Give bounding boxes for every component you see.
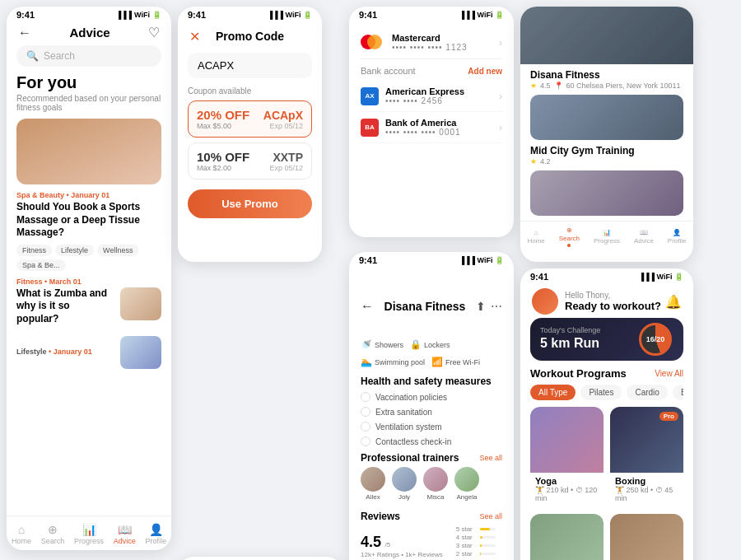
progress-icon-6: 📊 [603, 229, 611, 236]
gym-hero-overlay [520, 7, 693, 64]
gym1-image [530, 95, 683, 140]
yoga-name: Yoga [535, 476, 599, 486]
nav-progress-6[interactable]: 📊 Progress [594, 229, 620, 245]
tag-spa[interactable]: Spa & Be... [16, 259, 66, 271]
workout-pilates[interactable]: Pilates 🏋 130 kd • ⏱ 60 min [530, 514, 604, 560]
workout-boxing[interactable]: Pro Boxing 🏋 250 kd • ⏱ 45 min [610, 407, 683, 507]
back-button[interactable]: ← [18, 26, 31, 40]
tag-lifestyle[interactable]: Lifestyle [55, 245, 94, 256]
nav-profile-6[interactable]: 👤 Profile [668, 229, 687, 245]
status-bar-5: 9:41 ▐▐▐ WiFi 🔋 [349, 252, 514, 267]
coupon-card-2[interactable]: 10% OFF Max $2.00 XXTP Exp 05/12 [188, 142, 312, 180]
gym-card-2[interactable]: Mid City Gym Training ★ 4.2 [530, 145, 683, 166]
boa-icon: BA [361, 119, 379, 137]
article2-row[interactable]: Fitness • March 01 What is Zumba and why… [16, 278, 161, 331]
pool-icon: 🏊 [361, 357, 372, 367]
home-icon-6: ⌂ [534, 229, 538, 236]
status-bar-2: 9:41 ▐▐▐ WiFi 🔋 [178, 7, 322, 21]
gym-cards-list: Disana Fitness ★ 4.5 📍 60 Chelsea Piers,… [520, 64, 693, 221]
nav-home[interactable]: ⌂ Home [12, 523, 31, 545]
ready-text: Ready to workout? [565, 300, 661, 312]
filter-all[interactable]: All Type [530, 385, 576, 400]
advice-icon: 📖 [118, 523, 132, 536]
status-icons-1: ▐▐▐ WiFi 🔋 [116, 11, 161, 19]
boa-info: Bank of America •••• •••• •••• 0001 [385, 118, 461, 137]
mastercard-left: Mastercard •••• •••• •••• 1123 [361, 33, 468, 52]
back-button-5[interactable]: ← [361, 299, 374, 314]
nav-profile[interactable]: 👤 Profile [146, 523, 167, 545]
share-icon[interactable]: ⬆ [476, 300, 486, 313]
angela-avatar [454, 467, 479, 492]
mastercard-row[interactable]: Mastercard •••• •••• •••• 1123 › [361, 26, 502, 59]
amenity-lockers: 🔒 Lockers [410, 339, 450, 350]
workout-arm[interactable]: Arm Strengthening 🏋 75 kd • ⏱ 75 min [610, 514, 683, 560]
pilates-image [530, 514, 604, 560]
nav-advice-6[interactable]: 📖 Advice [634, 229, 654, 245]
filter-pilates[interactable]: Pilates [580, 385, 622, 400]
tag-fitness[interactable]: Fitness [16, 245, 52, 256]
advice-icon-6: 📖 [640, 229, 648, 236]
filter-boxing[interactable]: Boxing [673, 385, 683, 400]
workout-programs-section: Workout Programs View All All Type Pilat… [520, 367, 693, 560]
coupon1-right: ACApX Exp 05/12 [263, 109, 303, 130]
bell-button[interactable]: 🔔 [665, 294, 682, 310]
nav-advice[interactable]: 📖 Advice [114, 523, 136, 545]
wp-header-row: Workout Programs View All [530, 367, 683, 380]
trainers-row: Allex Joly Misca Angela [361, 467, 502, 501]
boxing-meta: 🏋 250 kd • ⏱ 45 min [615, 486, 678, 502]
workout-yoga[interactable]: Yoga 🏋 210 kd • ⏱ 120 min [530, 407, 604, 507]
add-new-button[interactable]: Add new [468, 67, 502, 76]
nav-home-6[interactable]: ⌂ Home [527, 229, 544, 245]
boa-number: •••• •••• •••• 0001 [385, 128, 461, 137]
workout-grid: Yoga 🏋 210 kd • ⏱ 120 min Pro Boxing 🏋 2… [530, 407, 683, 560]
amex-name: American Express [385, 86, 464, 96]
filter-cardio[interactable]: Cardio [627, 385, 667, 400]
nav-search-6[interactable]: ⊕ Search [559, 226, 580, 247]
nav-search[interactable]: ⊕ Search [41, 523, 65, 545]
greeting: Hello Thony, [565, 291, 661, 300]
payment-screen: 9:41 ▐▐▐ WiFi 🔋 Mastercard •••• •••• •••… [349, 7, 514, 237]
gym-card-1[interactable]: Disana Fitness ★ 4.5 📍 60 Chelsea Piers,… [530, 69, 683, 90]
health-item-3: Ventilation system [361, 419, 502, 434]
reviews-title-row: Reviews See all [361, 511, 502, 522]
health-list: Vaccination policies Extra sanitation Ve… [349, 390, 514, 449]
gym2-image [530, 170, 683, 216]
yoga-info: Yoga 🏋 210 kd • ⏱ 120 min [530, 473, 604, 507]
coupon2-code: XXTP [269, 151, 303, 164]
boa-name: Bank of America [385, 118, 461, 128]
allex-name: Allex [366, 493, 380, 501]
article1-title: Should You Book a Sports Massage or a De… [16, 201, 161, 240]
greet-left: Hello Thony, Ready to workout? [532, 288, 661, 315]
amex-row[interactable]: AX American Express •••• •••• 2456 › [361, 81, 502, 112]
col4: Disana Fitness ★ 4.5 📍 60 Chelsea Piers,… [520, 7, 693, 553]
search-bar[interactable]: 🔍 Search [16, 45, 161, 67]
bar-5star: 5 star [456, 525, 496, 533]
bar-2star: 2 star [456, 550, 496, 558]
use-promo-button[interactable]: Use Promo [188, 189, 312, 218]
run-circle: 16/20 [639, 323, 672, 356]
coupon1-exp: Exp 05/12 [263, 122, 303, 130]
profile-icon: 👤 [149, 523, 163, 536]
check-icon-2 [361, 407, 370, 417]
article3-row[interactable]: Lifestyle • January 01 [16, 336, 161, 369]
see-all-button[interactable]: See all [479, 454, 502, 462]
yoga-image [530, 407, 604, 473]
rating-value: 4.5 [361, 534, 381, 550]
health-item-2: Extra sanitation [361, 404, 502, 419]
health-section-title: Health and safety measures [349, 372, 514, 390]
nav-progress[interactable]: 📊 Progress [74, 523, 104, 545]
coupon2-percent: 10% OFF [197, 150, 249, 164]
reviews-see-all[interactable]: See all [479, 512, 502, 520]
view-all-button[interactable]: View All [655, 369, 683, 378]
favorite-button[interactable]: ♡ [148, 25, 160, 40]
close-button[interactable]: ✕ [189, 29, 200, 44]
promo-input[interactable]: ACAPX [188, 53, 312, 78]
boa-row[interactable]: BA Bank of America •••• •••• •••• 0001 › [361, 112, 502, 143]
greet-section: Hello Thony, Ready to workout? 🔔 [520, 283, 693, 318]
bank-account-header: Bank account Add new [361, 59, 502, 81]
coupon-card-1[interactable]: 20% OFF Max $5.00 ACApX Exp 05/12 [188, 100, 312, 138]
status-bar-7: 9:41 ▐▐▐ WiFi 🔋 [520, 268, 693, 283]
tag-wellness[interactable]: Wellness [97, 245, 138, 256]
more-icon[interactable]: ⋯ [491, 300, 502, 313]
coupon2-right: XXTP Exp 05/12 [269, 151, 303, 172]
